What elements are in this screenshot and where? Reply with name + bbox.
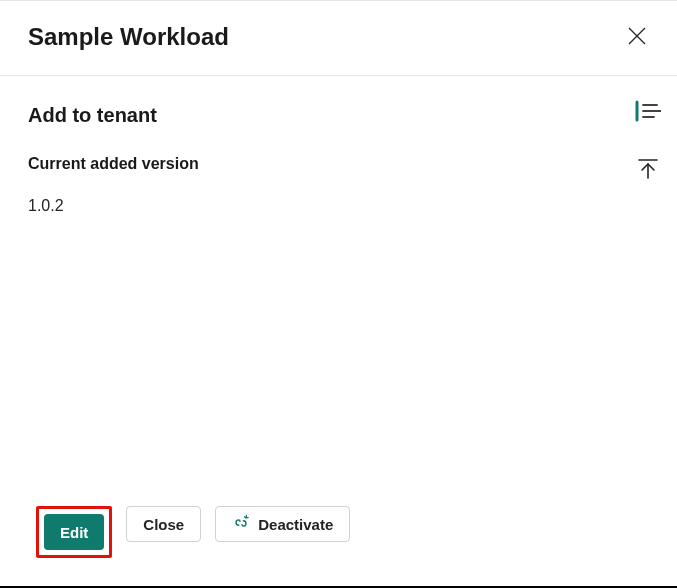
version-value: 1.0.2 bbox=[28, 197, 591, 215]
content-wrap: Add to tenant Current added version 1.0.… bbox=[0, 76, 677, 586]
collapse-top-button[interactable] bbox=[630, 152, 666, 188]
edit-button-label: Edit bbox=[60, 524, 88, 541]
deactivate-icon bbox=[232, 514, 250, 535]
content: Add to tenant Current added version 1.0.… bbox=[0, 76, 619, 586]
footer: Edit Close Deactivate bbox=[28, 506, 591, 586]
right-sidebar bbox=[619, 76, 677, 586]
panel-header: Sample Workload bbox=[0, 1, 677, 76]
section-title: Add to tenant bbox=[28, 104, 591, 127]
deactivate-button[interactable]: Deactivate bbox=[215, 506, 350, 542]
close-panel-button[interactable] bbox=[625, 25, 649, 49]
edit-highlight: Edit bbox=[36, 506, 112, 558]
close-button[interactable]: Close bbox=[126, 506, 201, 542]
edit-button[interactable]: Edit bbox=[44, 514, 104, 550]
version-label: Current added version bbox=[28, 155, 591, 173]
close-button-label: Close bbox=[143, 516, 184, 533]
deactivate-button-label: Deactivate bbox=[258, 516, 333, 533]
list-icon bbox=[635, 100, 661, 125]
collapse-top-icon bbox=[637, 158, 659, 183]
list-view-button[interactable] bbox=[630, 94, 666, 130]
close-icon bbox=[628, 27, 646, 48]
page-title: Sample Workload bbox=[28, 23, 229, 51]
